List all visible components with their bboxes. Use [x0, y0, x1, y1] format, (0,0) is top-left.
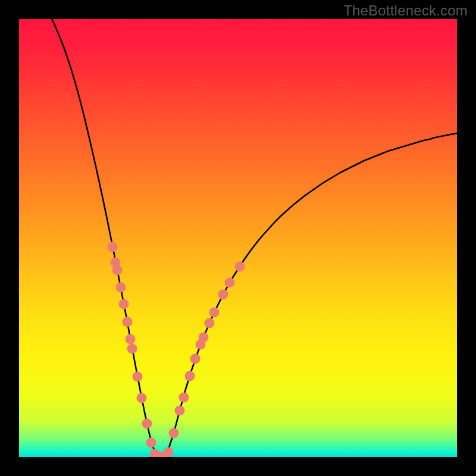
curve-marker — [218, 290, 228, 300]
plot-area — [19, 19, 457, 457]
curve-marker — [126, 334, 136, 345]
curve-marker — [108, 242, 118, 252]
curve-marker — [116, 283, 126, 293]
curve-marker — [137, 393, 147, 403]
curve-marker — [169, 428, 179, 439]
curve-marker — [209, 308, 220, 318]
curve-marker — [133, 372, 143, 382]
curve-marker — [142, 419, 152, 429]
curve-marker — [146, 438, 156, 448]
curve-marker — [175, 406, 185, 416]
curve-marker — [225, 278, 235, 288]
curve-marker — [123, 317, 133, 327]
curve-marker — [127, 344, 137, 354]
curve-marker — [205, 318, 215, 328]
curve-marker — [112, 265, 123, 275]
curve-marker — [164, 447, 174, 458]
curve-marker — [119, 299, 129, 309]
curve-marker — [199, 333, 209, 343]
bottleneck-curve — [52, 19, 457, 457]
chart-frame: TheBottleneck.com — [0, 0, 476, 476]
chart-svg — [19, 19, 457, 457]
curve-marker — [235, 262, 245, 272]
watermark-text: TheBottleneck.com — [343, 2, 468, 19]
curve-marker — [179, 393, 189, 403]
curve-marker — [185, 371, 195, 381]
curve-marker — [190, 354, 201, 364]
